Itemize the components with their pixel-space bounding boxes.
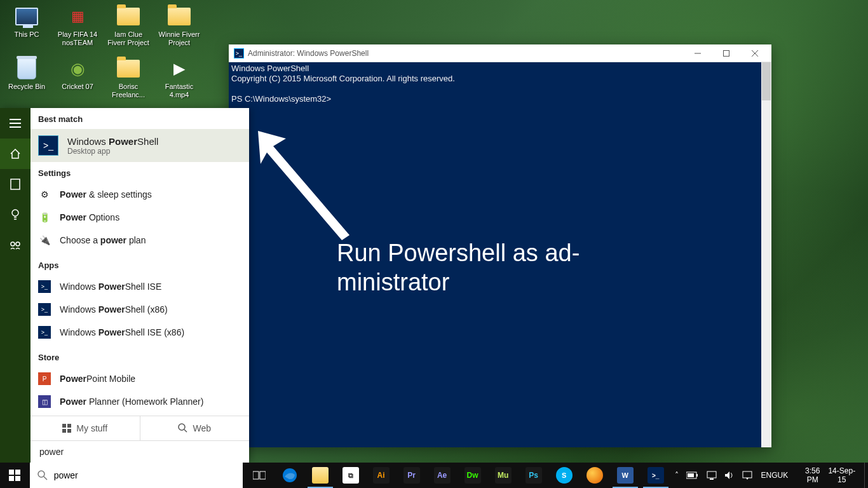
- app-item[interactable]: >_Windows PowerShell ISE (x86): [31, 321, 249, 344]
- rail-feedback-icon[interactable]: [0, 230, 31, 261]
- task-view-button[interactable]: [244, 463, 275, 488]
- power-icon: 🔌: [38, 234, 51, 247]
- svg-rect-31: [688, 473, 694, 477]
- settings-item[interactable]: 🔌Choose a power plan: [31, 229, 249, 252]
- powershell-icon: >_: [38, 303, 51, 316]
- powershell-icon: >_: [234, 48, 244, 58]
- desktop-icon-cricket[interactable]: ◉Cricket 07: [53, 53, 102, 103]
- desktop-icon-label: Play FIFA 14 nosTEAM: [55, 30, 100, 47]
- desktop-icon-label: Winnie Fiverr Project: [156, 30, 202, 47]
- app-item[interactable]: >_Windows PowerShell ISE: [31, 275, 249, 298]
- annotation-text: Run Powershell as ad- ministrator: [337, 238, 580, 297]
- powerpoint-icon: P: [38, 372, 51, 385]
- tray-battery-icon[interactable]: [682, 463, 703, 488]
- svg-point-13: [16, 242, 20, 246]
- hamburger-button[interactable]: [0, 108, 31, 139]
- taskbar-app-ai[interactable]: Ai: [366, 463, 397, 488]
- svg-rect-8: [11, 179, 20, 189]
- search-icon: [37, 470, 48, 480]
- maximize-button[interactable]: [712, 44, 740, 62]
- powershell-icon: >_: [38, 326, 51, 339]
- show-desktop-button[interactable]: [864, 463, 868, 488]
- settings-item[interactable]: 🔋Power Options: [31, 206, 249, 229]
- start-rail: [0, 108, 31, 463]
- svg-rect-27: [260, 471, 266, 479]
- settings-item[interactable]: ⚙Power & sleep settings: [31, 183, 249, 206]
- store-item[interactable]: PPowerPoint Mobile: [31, 367, 249, 390]
- filter-mystuff[interactable]: My stuff: [31, 416, 140, 440]
- svg-rect-30: [696, 474, 698, 477]
- svg-rect-26: [253, 471, 259, 479]
- taskbar-app-ae[interactable]: Ae: [427, 463, 458, 488]
- tray-chevron-icon[interactable]: ˄: [671, 463, 682, 488]
- svg-rect-23: [15, 476, 20, 481]
- tray-network-icon[interactable]: [703, 463, 721, 488]
- planner-icon: ◫: [38, 395, 51, 408]
- taskbar-search[interactable]: [30, 463, 243, 488]
- svg-point-9: [12, 210, 18, 216]
- start-search-box[interactable]: [31, 440, 249, 463]
- best-match-item[interactable]: >_ Windows PowerShell Desktop app: [31, 129, 249, 162]
- svg-line-19: [184, 430, 187, 432]
- best-match-title: Windows PowerShell: [67, 136, 158, 147]
- minimize-button[interactable]: [683, 44, 712, 62]
- taskbar-app-pr[interactable]: Pr: [397, 463, 427, 488]
- svg-rect-14: [62, 424, 66, 428]
- svg-rect-15: [67, 424, 71, 428]
- svg-rect-16: [62, 429, 66, 433]
- desktop-icon-label: Borisc Freelanc...: [105, 83, 151, 99]
- taskbar-app-edge[interactable]: [275, 463, 305, 488]
- taskbar-app-powershell[interactable]: >_: [641, 463, 671, 488]
- desktop-icon-folder[interactable]: Winnie Fiverr Project: [155, 1, 203, 51]
- svg-point-18: [179, 424, 185, 430]
- taskbar-app-store[interactable]: ⧉: [336, 463, 366, 488]
- filter-web[interactable]: Web: [140, 416, 250, 440]
- tray-action-center-icon[interactable]: [738, 463, 756, 488]
- desktop-icon-label: This PC: [14, 30, 39, 39]
- console-prompt: PS C:\Windows\system32>: [231, 94, 331, 104]
- best-match-subtitle: Desktop app: [67, 147, 158, 156]
- taskbar-app-mu[interactable]: Mu: [488, 463, 519, 488]
- start-menu: Best match >_ Windows PowerShell Desktop…: [0, 108, 249, 463]
- close-button[interactable]: [740, 44, 769, 62]
- rail-home-icon[interactable]: [0, 139, 31, 169]
- tray-language[interactable]: ENGUK: [756, 463, 794, 488]
- section-header: Settings: [31, 162, 249, 183]
- start-button[interactable]: [0, 463, 30, 488]
- tray-volume-icon[interactable]: [721, 463, 738, 488]
- svg-rect-22: [9, 476, 14, 481]
- svg-point-12: [11, 242, 15, 246]
- svg-marker-4: [258, 131, 349, 240]
- section-header: Best match: [31, 108, 249, 129]
- desktop-icon-label: Recycle Bin: [8, 83, 45, 91]
- desktop-icon-video[interactable]: ▶Fantastic 4.mp4: [155, 53, 203, 103]
- scrollbar[interactable]: [761, 62, 771, 447]
- tray-clock[interactable]: 3:56 PM14-Sep-15: [793, 463, 864, 488]
- rail-documents-icon[interactable]: [0, 169, 31, 200]
- taskbar-app-skype[interactable]: S: [549, 463, 580, 488]
- rail-bulb-icon[interactable]: [0, 200, 31, 230]
- taskbar-app-ps[interactable]: Ps: [519, 463, 549, 488]
- desktop-icon-folder[interactable]: Iam Clue Fiverr Project: [104, 1, 153, 51]
- scrollbar-thumb[interactable]: [762, 62, 771, 100]
- window-titlebar[interactable]: >_ Administrator: Windows PowerShell: [229, 44, 771, 62]
- section-header: Apps: [31, 254, 249, 275]
- start-filters: My stuff Web: [31, 416, 249, 440]
- taskbar-app-dw[interactable]: Dw: [458, 463, 488, 488]
- powershell-icon: >_: [38, 280, 51, 293]
- search-input[interactable]: [39, 447, 240, 457]
- store-item[interactable]: ◫Power Planner (Homework Planner): [31, 390, 249, 413]
- taskbar: ⧉ Ai Pr Ae Dw Mu Ps S W >_ ˄ ENGUK 3:56 …: [0, 463, 868, 488]
- section-header: Store: [31, 346, 249, 367]
- desktop-icon-this-pc[interactable]: This PC: [3, 1, 51, 51]
- desktop-icon-recycle-bin[interactable]: Recycle Bin: [3, 53, 51, 103]
- desktop-icon-fifa[interactable]: ▦Play FIFA 14 nosTEAM: [53, 1, 102, 51]
- desktop-icon-label: Cricket 07: [62, 83, 93, 91]
- taskbar-app-explorer[interactable]: [305, 463, 336, 488]
- taskbar-app-word[interactable]: W: [610, 463, 641, 488]
- svg-rect-1: [723, 50, 729, 56]
- desktop-icon-folder[interactable]: Borisc Freelanc...: [104, 53, 153, 103]
- taskbar-search-input[interactable]: [54, 470, 235, 480]
- app-item[interactable]: >_Windows PowerShell (x86): [31, 298, 249, 321]
- taskbar-app-firefox[interactable]: [580, 463, 610, 488]
